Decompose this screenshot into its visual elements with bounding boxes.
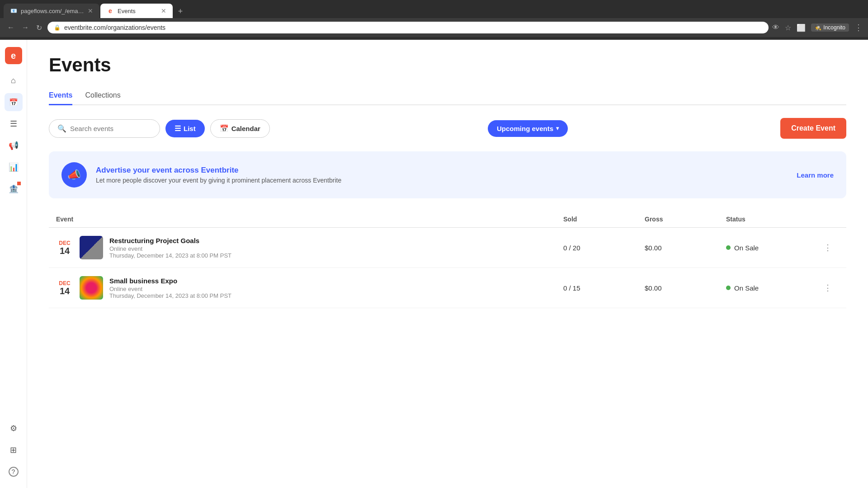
- nav-actions: 👁 ☆ ⬜ 🕵 Incognito ⋮: [772, 23, 863, 33]
- page-tabs: Events Collections: [49, 87, 846, 105]
- tab-2-close[interactable]: ✕: [161, 7, 166, 14]
- calendar-button-label: Calendar: [231, 125, 260, 132]
- eventbrite-logo[interactable]: e: [5, 47, 22, 64]
- tab-2-label: Events: [118, 8, 136, 14]
- search-box[interactable]: 🔍: [49, 119, 160, 138]
- event-details-2: Small business Expo Online event Thursda…: [109, 277, 231, 299]
- thumb-image-2: [80, 276, 103, 300]
- main-content: Events Events Collections 🔍 ☰ List 📅 Cal…: [27, 40, 868, 488]
- event-name-2[interactable]: Small business Expo: [109, 277, 231, 285]
- event-month-1: DEC: [59, 240, 70, 246]
- megaphone-icon: 📣: [67, 169, 81, 181]
- ad-text: Advertise your event across Eventbrite L…: [96, 166, 788, 184]
- chevron-down-icon: ▾: [556, 125, 559, 131]
- create-event-button[interactable]: Create Event: [780, 118, 846, 139]
- event-info-2: DEC 14 Small business Expo Online event …: [56, 276, 563, 300]
- menu-icon[interactable]: ⋮: [854, 23, 863, 33]
- address-bar[interactable]: 🔒 eventbrite.com/organizations/events: [47, 22, 769, 33]
- calendar-icon: 📅: [220, 124, 229, 133]
- sidebar-item-settings[interactable]: ⚙: [5, 419, 23, 437]
- star-icon[interactable]: ☆: [785, 23, 791, 32]
- event-status-2: On Sale: [726, 284, 816, 292]
- event-thumbnail-2: [80, 276, 103, 300]
- status-dot-2: [726, 286, 731, 290]
- tab-collections[interactable]: Collections: [85, 87, 120, 105]
- event-date-2: DEC 14: [56, 280, 73, 296]
- event-details-1: Restructuring Project Goals Online event…: [109, 237, 231, 259]
- header-gross: Gross: [645, 216, 726, 223]
- home-icon: ⌂: [11, 76, 16, 85]
- gear-icon: ⚙: [10, 423, 17, 433]
- incognito-label: Incognito: [823, 24, 845, 31]
- sidebar-item-events[interactable]: 📅: [5, 93, 23, 111]
- sidebar-item-home[interactable]: ⌂: [5, 71, 23, 89]
- list-icon: ☰: [10, 119, 17, 129]
- event-gross-2: $0.00: [645, 284, 726, 292]
- event-info-1: DEC 14 Restructuring Project Goals Onlin…: [56, 236, 563, 259]
- sidebar-item-reports[interactable]: 📊: [5, 158, 23, 176]
- browser-tab-1[interactable]: 📧 pageflows.com/_/emails/_/7fb5... ✕: [4, 4, 99, 18]
- advertise-icon: 📣: [61, 162, 87, 188]
- event-day-2: 14: [60, 286, 70, 296]
- event-month-2: DEC: [59, 280, 70, 286]
- events-table: Event Sold Gross Status DEC 14 R: [49, 211, 846, 308]
- list-view-button[interactable]: ☰ List: [165, 120, 205, 137]
- sidebar-item-finance[interactable]: 🏦: [5, 180, 23, 198]
- status-label-1: On Sale: [734, 244, 759, 252]
- browser-tab-2[interactable]: e Events ✕: [100, 4, 173, 18]
- chart-icon: 📊: [9, 162, 19, 172]
- search-input[interactable]: [70, 125, 151, 132]
- learn-more-link[interactable]: Learn more: [797, 171, 834, 179]
- list-icon: ☰: [175, 124, 181, 133]
- sidebar-item-apps[interactable]: ⊞: [5, 441, 23, 459]
- table-row: DEC 14 Restructuring Project Goals Onlin…: [49, 228, 846, 268]
- app-container: e ⌂ 📅 ☰ 📢 📊 🏦 ⚙ ⊞ ? Event: [0, 40, 868, 488]
- reload-button[interactable]: ↻: [34, 22, 44, 34]
- profile-icon[interactable]: ⬜: [797, 23, 806, 32]
- event-datetime-2: Thursday, December 14, 2023 at 8:00 PM P…: [109, 292, 231, 299]
- forward-button[interactable]: →: [20, 22, 31, 33]
- calendar-view-button[interactable]: 📅 Calendar: [210, 119, 270, 138]
- advertise-banner: 📣 Advertise your event across Eventbrite…: [49, 151, 846, 198]
- tab-1-favicon: 📧: [10, 7, 17, 14]
- new-tab-button[interactable]: +: [174, 5, 187, 18]
- event-status-1: On Sale: [726, 244, 816, 252]
- browser-tab-bar: 📧 pageflows.com/_/emails/_/7fb5... ✕ e E…: [0, 0, 868, 18]
- browser-chrome: 📧 pageflows.com/_/emails/_/7fb5... ✕ e E…: [0, 0, 868, 40]
- eye-slash-icon: 👁: [772, 23, 779, 32]
- header-sold: Sold: [563, 216, 645, 223]
- filter-button-label: Upcoming events: [497, 125, 553, 132]
- sidebar: e ⌂ 📅 ☰ 📢 📊 🏦 ⚙ ⊞ ?: [0, 40, 27, 488]
- incognito-icon: 🕵: [815, 24, 821, 31]
- filter-dropdown-button[interactable]: Upcoming events ▾: [488, 120, 568, 137]
- event-sold-2: 0 / 15: [563, 284, 645, 292]
- row-menu-1[interactable]: ⋮: [816, 243, 839, 253]
- sidebar-item-orders[interactable]: ☰: [5, 115, 23, 133]
- sidebar-item-help[interactable]: ?: [5, 463, 23, 481]
- row-menu-2[interactable]: ⋮: [816, 283, 839, 293]
- event-name-1[interactable]: Restructuring Project Goals: [109, 237, 231, 244]
- tab-events[interactable]: Events: [49, 87, 72, 105]
- event-day-1: 14: [60, 246, 70, 255]
- sidebar-item-marketing[interactable]: 📢: [5, 136, 23, 155]
- thumb-image-1: [80, 236, 103, 259]
- event-datetime-1: Thursday, December 14, 2023 at 8:00 PM P…: [109, 252, 231, 259]
- address-text: eventbrite.com/organizations/events: [64, 24, 165, 31]
- status-label-2: On Sale: [734, 284, 759, 292]
- incognito-badge: 🕵 Incognito: [811, 23, 849, 32]
- table-row: DEC 14 Small business Expo Online event …: [49, 268, 846, 308]
- browser-nav-bar: ← → ↻ 🔒 eventbrite.com/organizations/eve…: [0, 18, 868, 37]
- back-button[interactable]: ←: [5, 22, 16, 33]
- notification-dot: [17, 182, 21, 185]
- event-gross-1: $0.00: [645, 244, 726, 252]
- header-event: Event: [56, 216, 563, 223]
- apps-icon: ⊞: [10, 445, 17, 455]
- tab-1-close[interactable]: ✕: [88, 7, 93, 14]
- search-icon: 🔍: [57, 124, 66, 133]
- bank-icon: 🏦: [9, 184, 19, 194]
- lock-icon: 🔒: [54, 24, 61, 31]
- tab-1-label: pageflows.com/_/emails/_/7fb5...: [21, 8, 84, 14]
- help-icon: ?: [9, 467, 19, 477]
- event-date-1: DEC 14: [56, 240, 73, 255]
- status-dot-1: [726, 245, 731, 250]
